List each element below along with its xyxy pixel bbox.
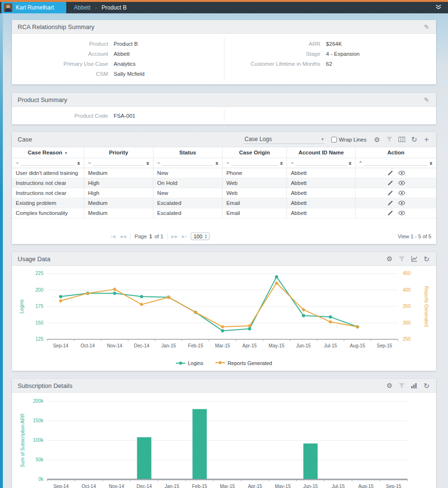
edit-row-icon[interactable] [387, 170, 394, 176]
table-cell: Web [222, 178, 286, 188]
field-row: CSMSally Mcfield [12, 69, 224, 79]
table-cell: Instructions not clear [12, 188, 84, 198]
field-value: 62 [326, 61, 332, 67]
usage-chart-legend: LoginsReports Generated [12, 359, 436, 371]
table-cell: Existing problem [12, 198, 84, 208]
svg-text:200: 200 [35, 287, 43, 293]
bar-chart-icon[interactable] [410, 382, 418, 389]
svg-text:100k: 100k [33, 437, 44, 443]
view-row-icon[interactable] [398, 170, 405, 176]
edit-row-icon[interactable] [387, 210, 394, 216]
view-row-icon[interactable] [398, 180, 405, 186]
column-header-status[interactable]: Status [153, 147, 222, 158]
svg-text:Apr-15: Apr-15 [248, 484, 262, 488]
settings-gear-icon[interactable]: ⚙ [386, 382, 393, 389]
legend-item[interactable]: Reports Generated [215, 360, 272, 366]
column-header-case-origin[interactable]: Case Origin [222, 147, 286, 158]
column-header-case-reason[interactable]: Case Reason▼ [12, 147, 84, 158]
svg-text:Mar-15: Mar-15 [215, 343, 230, 348]
filter-input[interactable] [93, 160, 145, 166]
filter-funnel-icon[interactable] [386, 136, 393, 143]
filter-funnel-icon[interactable] [398, 382, 406, 389]
settings-gear-icon[interactable]: ⚙ [386, 255, 393, 263]
wrap-lines-checkbox[interactable] [331, 137, 337, 142]
clear-filter-icon[interactable]: x [146, 161, 149, 166]
next-page-icon[interactable]: ▶▶ [172, 234, 178, 239]
settings-gear-icon[interactable]: ⚙ [373, 136, 381, 143]
action-cell [356, 198, 436, 208]
column-header-account-id-name[interactable]: Account ID Name [287, 147, 356, 158]
user-name: Karl Rumelhart [16, 4, 54, 11]
columns-table-icon[interactable] [398, 136, 406, 143]
prev-page-icon[interactable]: ◀◀ [120, 234, 126, 239]
edit-row-icon[interactable] [387, 190, 394, 196]
legend-item[interactable]: Logins [176, 360, 203, 366]
table-row[interactable]: User didn't attend trainingMediumNewPhon… [12, 168, 436, 178]
clear-filter-icon[interactable]: x [77, 161, 80, 166]
refresh-icon[interactable]: ↻ [410, 136, 418, 143]
filter-input[interactable] [231, 160, 278, 166]
svg-text:Jun-15: Jun-15 [296, 343, 311, 348]
view-row-icon[interactable] [398, 190, 405, 196]
page-number[interactable]: 1 [149, 234, 152, 239]
stepper-icon: ▴▾ [205, 234, 207, 239]
refresh-icon[interactable]: ↻ [423, 255, 430, 263]
first-page-icon[interactable]: Ι◀ [111, 234, 116, 239]
chevron-down-icon: ▾ [322, 137, 324, 142]
table-cell: Instructions not clear [12, 178, 84, 188]
svg-text:Reports Generated: Reports Generated [424, 286, 429, 326]
wrap-lines-toggle[interactable]: Wrap Lines [331, 137, 367, 142]
filter-operator[interactable]: ~ [157, 161, 160, 166]
data-point [221, 329, 224, 333]
filter-input[interactable] [364, 160, 428, 166]
clear-filter-icon[interactable]: x [429, 161, 432, 166]
filter-operator[interactable]: ^ [359, 161, 362, 166]
column-header-priority[interactable]: Priority [84, 147, 153, 158]
clear-filter-icon[interactable]: x [349, 161, 352, 166]
filter-operator[interactable]: ~ [226, 161, 229, 166]
svg-text:200k: 200k [33, 398, 44, 404]
table-cell: Medium [84, 198, 153, 208]
breadcrumb-account[interactable]: Abbett [74, 4, 91, 11]
svg-text:Jun-15: Jun-15 [303, 484, 318, 488]
table-row[interactable]: Existing problemMediumEscalatedEmailAbbe… [12, 198, 436, 208]
table-row[interactable]: Complex functionalityMediumEscalatedEmai… [12, 208, 436, 218]
filter-operator[interactable]: ~ [16, 161, 19, 166]
last-page-icon[interactable]: ▶Ι [182, 234, 187, 239]
refresh-icon[interactable]: ↻ [423, 382, 430, 389]
view-row-icon[interactable] [398, 210, 405, 216]
column-header-action[interactable]: Action [356, 147, 436, 158]
filter-input[interactable] [295, 160, 347, 166]
svg-text:Feb-15: Feb-15 [188, 343, 204, 348]
svg-text:0k: 0k [38, 477, 44, 482]
add-icon[interactable]: + [423, 136, 430, 143]
svg-text:Apr-15: Apr-15 [243, 343, 257, 348]
case-card: Case Case Logs ▾ Wrap Lines ⚙ [12, 132, 436, 244]
data-point [140, 295, 143, 298]
edit-row-icon[interactable] [387, 200, 394, 206]
collapse-all-icon[interactable] [435, 3, 442, 11]
filter-input[interactable] [162, 160, 214, 166]
case-logs-select[interactable]: Case Logs ▾ [244, 135, 325, 144]
page-size-select[interactable]: 100 ▴▾ [191, 233, 209, 240]
bar-Jun-15 [303, 444, 317, 479]
filter-operator[interactable]: ~ [88, 161, 91, 166]
edit-icon[interactable]: ✎ [423, 23, 430, 30]
line-chart-icon[interactable] [410, 255, 418, 263]
table-row[interactable]: Instructions not clearHighNewWebAbbett [12, 188, 436, 198]
edit-icon[interactable]: ✎ [423, 96, 430, 103]
clear-filter-icon[interactable]: x [280, 161, 283, 166]
filter-operator[interactable]: ~ [291, 161, 294, 166]
view-row-icon[interactable] [398, 200, 405, 206]
breadcrumb-current: Product B [102, 4, 127, 11]
table-row[interactable]: Instructions not clearHighOn HoldWebAbbe… [12, 178, 436, 188]
svg-text:Dec-14: Dec-14 [136, 484, 152, 488]
svg-text:Dec-14: Dec-14 [134, 343, 150, 348]
edit-row-icon[interactable] [387, 180, 394, 186]
filter-funnel-icon[interactable] [398, 255, 406, 263]
user-tab[interactable]: Karl Rumelhart [1, 2, 66, 13]
data-point [221, 325, 224, 329]
svg-text:Jan-15: Jan-15 [164, 484, 179, 488]
filter-input[interactable] [20, 160, 75, 166]
clear-filter-icon[interactable]: x [215, 161, 218, 166]
